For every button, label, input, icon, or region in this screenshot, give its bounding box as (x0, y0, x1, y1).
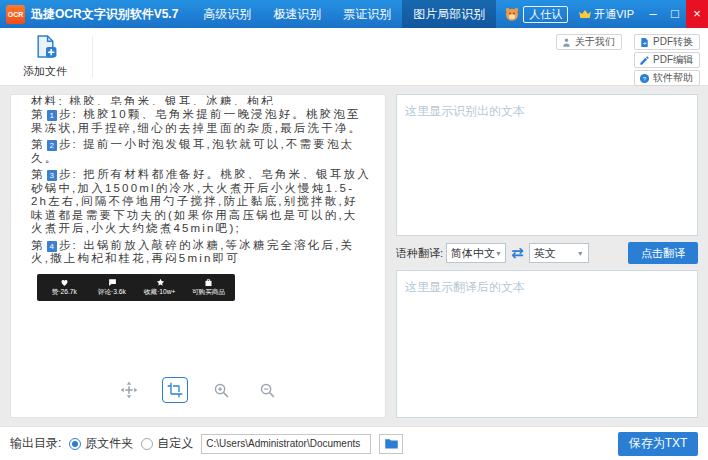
about-label: 关于我们 (575, 35, 615, 49)
target-language-value: 英文 (534, 246, 556, 261)
star-icon (156, 278, 165, 287)
image-preview-panel: 材料: 桃胶、皂角米、银耳、冰糖、枸杞第1步: 桃胶10颗、皂角米提前一晚浸泡好… (10, 94, 386, 418)
stat-label: 收藏·10w+ (144, 287, 176, 297)
document-paragraph: 材料: 桃胶、皂角米、银耳、冰糖、枸杞 (31, 95, 371, 105)
stat-item: 赞·26.7k (40, 278, 88, 297)
stat-item: 评论·3.6k (88, 278, 136, 297)
bag-icon (204, 278, 213, 287)
button-label: PDF转换 (653, 35, 693, 49)
menu-item[interactable]: 极速识别 (262, 0, 332, 28)
pdf-edit-icon (639, 55, 650, 66)
step-number: 2 (47, 140, 57, 151)
minimize-button[interactable]: – (642, 0, 664, 28)
button-label: 软件帮助 (653, 71, 693, 85)
about-button[interactable]: 关于我们 (556, 34, 622, 50)
translated-textarea[interactable] (396, 270, 698, 418)
pdf-convert-button[interactable]: PDF转换 (634, 34, 700, 50)
pan-tool[interactable] (116, 377, 142, 403)
document-paragraph: 第4步: 出锅前放入敲碎的冰糖,等冰糖完全溶化后,关火,撒上枸杞和桂花,再闷5m… (31, 239, 371, 266)
target-language-select[interactable]: 英文 ▼ (529, 243, 589, 263)
titlebar-menu: 高级识别极速识别票证识别图片局部识别 (192, 0, 496, 28)
output-dir-label: 输出目录: (10, 435, 61, 452)
radio-unselected-icon (141, 438, 153, 450)
step-number: 1 (47, 110, 57, 121)
help-button[interactable]: ?软件帮助 (634, 70, 700, 86)
auth-button[interactable]: 人仕认 (523, 6, 568, 23)
toolbar-separator (92, 36, 93, 78)
menu-item[interactable]: 图片局部识别 (402, 0, 496, 28)
stat-label: 赞·26.7k (51, 287, 76, 297)
radio-original-folder[interactable]: 原文件夹 (69, 435, 133, 452)
step-number: 3 (47, 170, 57, 181)
person-icon (561, 37, 572, 48)
app-logo-icon: OCR (6, 5, 25, 24)
zoom-out-tool[interactable] (254, 377, 280, 403)
radio-selected-icon (69, 438, 81, 450)
source-language-select[interactable]: 简体中文 ▼ (446, 243, 506, 263)
browse-folder-button[interactable] (379, 434, 403, 454)
titlebar-right: 人仕认 开通VIP – □ × (504, 0, 708, 28)
document-image: 材料: 桃胶、皂角米、银耳、冰糖、枸杞第1步: 桃胶10颗、皂角米提前一晚浸泡好… (11, 95, 385, 301)
maximize-button[interactable]: □ (664, 0, 686, 28)
document-paragraph: 第1步: 桃胶10颗、皂角米提前一晚浸泡好。桃胶泡至果冻状,用手捏碎,细心的去掉… (31, 108, 371, 135)
stat-label: 可购买商品 (191, 287, 224, 297)
crop-tool[interactable] (162, 377, 188, 403)
heart-icon (60, 278, 69, 287)
menu-item[interactable]: 票证识别 (332, 0, 402, 28)
swap-languages-icon[interactable]: ⇄ (511, 244, 524, 262)
translate-row: 语种翻译: 简体中文 ▼ ⇄ 英文 ▼ 点击翻译 (396, 236, 698, 270)
main-area: 材料: 桃胶、皂角米、银耳、冰糖、枸杞第1步: 桃胶10颗、皂角米提前一晚浸泡好… (0, 86, 708, 426)
open-vip-button[interactable]: 开通VIP (594, 7, 634, 22)
document-paragraph: 第2步: 提前一小时泡发银耳,泡软就可以,不需要泡太久。 (31, 138, 371, 165)
help-icon: ? (639, 73, 650, 84)
stats-bar: 赞·26.7k评论·3.6k收藏·10w+可购买商品 (37, 274, 235, 301)
translate-label: 语种翻译: (396, 246, 443, 261)
folder-icon (384, 436, 399, 451)
add-file-label: 添加文件 (23, 64, 67, 79)
add-file-icon (33, 34, 58, 62)
chevron-down-icon: ▼ (495, 250, 502, 257)
output-path-input[interactable] (201, 434, 371, 454)
add-file-button[interactable]: 添加文件 (14, 34, 76, 79)
radio-label: 原文件夹 (85, 435, 133, 452)
document-text: 材料: 桃胶、皂角米、银耳、冰糖、枸杞第1步: 桃胶10颗、皂角米提前一晚浸泡好… (11, 95, 385, 266)
menu-item[interactable]: 高级识别 (192, 0, 262, 28)
crown-icon (578, 7, 592, 21)
pdf-edit-button[interactable]: PDF编辑 (634, 52, 700, 68)
translate-button[interactable]: 点击翻译 (628, 242, 698, 264)
document-paragraph: 第3步: 把所有材料都准备好。桃胶、皂角米、银耳放入砂锅中,加入1500ml的冷… (31, 168, 371, 236)
step-number: 4 (47, 241, 57, 252)
pdf-convert-icon (639, 37, 650, 48)
radio-custom[interactable]: 自定义 (141, 435, 193, 452)
titlebar: OCR 迅捷OCR文字识别软件V5.7 高级识别极速识别票证识别图片局部识别 人… (0, 0, 708, 28)
toolbar: 添加文件 关于我们 PDF转换PDF编辑?软件帮助 (0, 28, 708, 86)
chevron-down-icon: ▼ (577, 250, 584, 257)
close-button[interactable]: × (686, 0, 708, 28)
result-panel: 语种翻译: 简体中文 ▼ ⇄ 英文 ▼ 点击翻译 (396, 94, 698, 418)
stat-label: 评论·3.6k (98, 287, 126, 297)
radio-label: 自定义 (157, 435, 193, 452)
mascot-icon (504, 6, 520, 22)
source-language-value: 简体中文 (451, 246, 495, 261)
app-title: 迅捷OCR文字识别软件V5.7 (31, 6, 178, 23)
ocr-result-textarea[interactable] (396, 94, 698, 236)
toolbar-side-buttons: PDF转换PDF编辑?软件帮助 (634, 34, 700, 86)
stat-item: 可购买商品 (184, 278, 232, 297)
bottombar: 输出目录: 原文件夹 自定义 保存为TXT (0, 426, 708, 460)
zoom-in-tool[interactable] (208, 377, 234, 403)
preview-toolbar (116, 377, 280, 403)
button-label: PDF编辑 (653, 53, 693, 67)
comment-icon (108, 278, 117, 287)
stat-item: 收藏·10w+ (136, 278, 184, 297)
save-txt-button[interactable]: 保存为TXT (618, 432, 698, 456)
